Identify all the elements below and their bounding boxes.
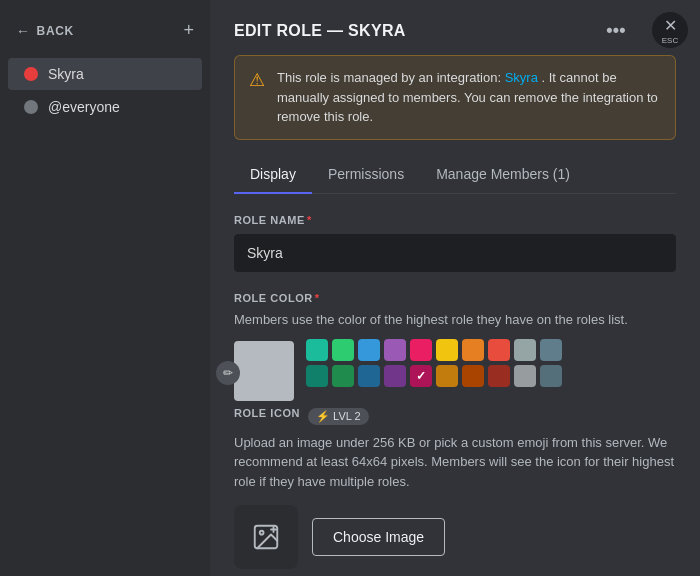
page-title: EDIT ROLE — SKYRA ••• (234, 20, 676, 41)
role-color-section: ROLE COLOR* Members use the color of the… (234, 292, 676, 387)
sidebar-item-skyra[interactable]: Skyra (8, 58, 202, 90)
role-name-section: ROLE NAME* (234, 214, 676, 292)
warning-banner: ⚠ This role is managed by an integration… (234, 55, 676, 140)
role-name-label: ROLE NAME* (234, 214, 676, 226)
required-star: * (307, 214, 312, 226)
color-swatch-r2-3[interactable] (384, 365, 406, 387)
color-swatch-r2-9[interactable] (540, 365, 562, 387)
warning-icon: ⚠ (249, 69, 265, 91)
add-role-button[interactable]: + (183, 20, 194, 41)
sidebar-item-label: Skyra (48, 66, 84, 82)
upload-icon (251, 522, 281, 552)
color-swatch-r2-0[interactable] (306, 365, 328, 387)
esc-label: ESC (662, 36, 678, 45)
tab-manage-members[interactable]: Manage Members (1) (420, 156, 586, 194)
color-swatch-r2-4[interactable] (410, 365, 432, 387)
color-swatch-r1-7[interactable] (488, 339, 510, 361)
color-sublabel: Members use the color of the highest rol… (234, 312, 676, 327)
tabs: Display Permissions Manage Members (1) (234, 156, 676, 194)
color-swatches-row1 (306, 339, 562, 361)
back-arrow-icon: ← (16, 23, 31, 39)
sidebar: ← BACK + Skyra @everyone (0, 0, 210, 576)
color-row: ✏ (234, 339, 676, 387)
color-preview[interactable] (234, 341, 294, 401)
color-swatch-r2-5[interactable] (436, 365, 458, 387)
color-grid (306, 339, 562, 387)
role-icon-label-row: ROLE ICON ⚡ LVL 2 (234, 407, 676, 427)
role-color-label: ROLE COLOR* (234, 292, 676, 304)
role-dot (24, 67, 38, 81)
color-swatch-r1-3[interactable] (384, 339, 406, 361)
main-content: ✕ ESC EDIT ROLE — SKYRA ••• ⚠ This role … (210, 0, 700, 576)
color-swatch-r2-8[interactable] (514, 365, 536, 387)
color-swatch-r1-6[interactable] (462, 339, 484, 361)
color-swatch-r1-1[interactable] (332, 339, 354, 361)
choose-image-button[interactable]: Choose Image (312, 518, 445, 556)
tab-display[interactable]: Display (234, 156, 312, 194)
lvl-badge: ⚡ LVL 2 (308, 408, 369, 425)
icon-upload-row: Choose Image (234, 505, 676, 569)
close-button[interactable]: ✕ ESC (652, 12, 688, 48)
icon-desc: Upload an image under 256 KB or pick a c… (234, 433, 676, 492)
color-swatches-row2 (306, 365, 562, 387)
sidebar-header: ← BACK + (0, 12, 210, 57)
role-dot (24, 100, 38, 114)
sidebar-items: Skyra @everyone (0, 58, 210, 123)
role-icon-label: ROLE ICON (234, 407, 300, 419)
warning-integration-link[interactable]: Skyra (505, 70, 538, 85)
warning-text-before: This role is managed by an integration: (277, 70, 501, 85)
back-label: BACK (37, 24, 74, 38)
warning-text: This role is managed by an integration: … (277, 68, 661, 127)
color-swatch-r1-4[interactable] (410, 339, 432, 361)
page-title-text: EDIT ROLE — SKYRA (234, 22, 406, 40)
color-required-star: * (315, 292, 320, 304)
color-swatch-r2-6[interactable] (462, 365, 484, 387)
close-icon: ✕ (664, 16, 677, 35)
color-swatch-r1-9[interactable] (540, 339, 562, 361)
icon-upload-box (234, 505, 298, 569)
color-swatch-r2-7[interactable] (488, 365, 510, 387)
role-icon-section: ROLE ICON ⚡ LVL 2 Upload an image under … (234, 407, 676, 570)
color-swatch-r1-8[interactable] (514, 339, 536, 361)
color-swatch-r1-0[interactable] (306, 339, 328, 361)
color-swatch-r2-1[interactable] (332, 365, 354, 387)
svg-point-1 (260, 531, 264, 535)
sidebar-item-label: @everyone (48, 99, 120, 115)
color-swatch-r2-2[interactable] (358, 365, 380, 387)
edit-color-button[interactable]: ✏ (216, 361, 240, 385)
color-swatch-r1-2[interactable] (358, 339, 380, 361)
sidebar-item-everyone[interactable]: @everyone (8, 91, 202, 123)
tab-permissions[interactable]: Permissions (312, 156, 420, 194)
role-name-input[interactable] (234, 234, 676, 272)
color-swatch-r1-5[interactable] (436, 339, 458, 361)
back-button[interactable]: ← BACK (16, 23, 74, 39)
title-menu-button[interactable]: ••• (606, 20, 626, 41)
